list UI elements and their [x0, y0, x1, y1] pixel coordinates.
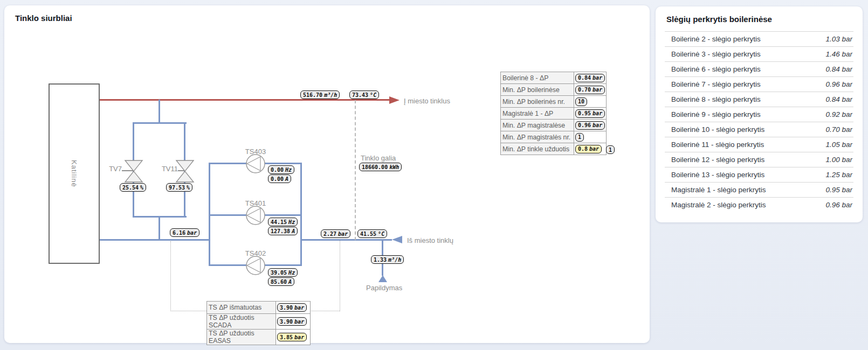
pressure-row: Boilerinė 8 - slėgio perkrytis0.84 bar [665, 92, 853, 107]
row-label: Min. ΔP tinkle užduotis [501, 143, 574, 155]
value-readout: 1 [575, 133, 584, 142]
row-label: Boilerinė 9 - slėgio perkrytis [671, 110, 761, 118]
pressure-tap-line [310, 311, 340, 311]
pressure-row: Boilerinė 7 - slėgio perkrytis0.96 bar [665, 76, 853, 92]
readout-unit: m³/h [388, 257, 401, 263]
valve-tv7-label: TV7 [101, 165, 122, 173]
readout-value: 73.43 [352, 92, 368, 98]
table-row: Min. ΔP boilerinėse 0.70bar [501, 84, 607, 96]
return-pressure-readout: 2.27 bar [321, 229, 350, 238]
pressure-row: Boilerinė 10 - slėgio perkrytis0.70 bar [665, 122, 853, 137]
table-row: TS ΔP išmatuotas 3.90bar [207, 302, 311, 314]
pump-icon [245, 255, 266, 276]
pump-ts401[interactable] [245, 205, 266, 226]
value-readout: 0.84bar [575, 74, 605, 82]
readout-value: 85.60 [271, 279, 287, 285]
readout-value: 1.33 [374, 257, 387, 263]
return-pipe-right [300, 239, 392, 241]
scada-dashboard: Tinklo siurbliai Katilinė Į miesto tinkl… [0, 0, 868, 350]
valve-tv11[interactable] [175, 159, 195, 183]
supply-flow-readout: 516.70 m³/h [300, 90, 340, 99]
setpoint-readout[interactable]: 3.85bar [277, 333, 307, 341]
network-power-readout: 18660.00 kWh [359, 163, 402, 171]
readout-value: 3.85 [280, 334, 293, 340]
valve-tv11-position-readout: 97.53 % [166, 183, 192, 192]
row-value-cell: 0.70bar [574, 84, 607, 96]
table-row: TS ΔP užduotis SCADA 3.90bar [207, 314, 311, 330]
readout-value: 0.00 [271, 167, 284, 173]
row-label: Boilerinė 10 - slėgio perkrytis [671, 125, 764, 134]
row-label: Min. ΔP boilerinės nr. [501, 96, 574, 108]
readout-unit: °C [378, 231, 384, 237]
pressure-row: Magistralė 1 - slėgio perkrytis0.95 bar [665, 182, 853, 197]
boiler-house-box: Katilinė [49, 83, 100, 264]
row-value-cell: 3.85bar [276, 330, 311, 345]
pressure-tap-line [340, 241, 340, 311]
row-label: TS ΔP užduotis SCADA [207, 314, 276, 330]
pressure-row: Boilerinė 11 - slėgio perkrytis1.05 bar [665, 137, 853, 152]
table-row: Min. ΔP magistralės nr. 1 [501, 131, 607, 143]
network-pumps-card: Tinklo siurbliai Katilinė Į miesto tinkl… [4, 5, 650, 343]
valve-icon [124, 159, 143, 183]
readout-value: 0.8 [578, 146, 588, 152]
row-label: Boilerinė 2 - slėgio perkrytis [671, 35, 761, 43]
readout-value: 3.90 [280, 319, 293, 325]
readout-value: 1 [578, 134, 581, 140]
pressure-row: Boilerinė 2 - slėgio perkrytis1.03 bar [665, 31, 853, 46]
pressure-row: Boilerinė 12 - slėgio perkrytis1.00 bar [665, 152, 853, 167]
readout-unit: bar [338, 231, 348, 237]
value-readout: 0.95bar [575, 109, 605, 118]
readout-value: 25.54 [122, 185, 139, 191]
readout-value: 0.70 [578, 87, 591, 93]
readout-unit: kWh [389, 164, 399, 170]
dp-summary-table: Boilerinė 8 - ΔP 0.84bar Min. ΔP boileri… [500, 72, 607, 155]
arrow-right-icon [389, 96, 399, 104]
readout-unit: bar [589, 146, 599, 152]
makeup-label: Papildymas [366, 284, 402, 292]
value-readout: 0.70bar [575, 86, 605, 94]
pump-icon [245, 153, 266, 174]
boiler-house-label: Katilinė [70, 160, 78, 187]
readout-unit: bar [593, 87, 602, 93]
pipe-segment [133, 122, 187, 124]
readout-value: 0.84 [578, 75, 591, 81]
readout-unit: m³/h [324, 92, 337, 98]
readout-unit: bar [593, 122, 602, 128]
valve-tv7[interactable] [124, 159, 143, 183]
setpoint-readout[interactable]: 0.8bar [575, 145, 602, 153]
readout-value: 41.55 [360, 231, 376, 237]
arrow-left-icon [392, 236, 402, 243]
readout-value: 0.00 [271, 176, 284, 182]
pump-ts402-current-readout: 85.60 A [268, 277, 294, 286]
pump-ts402[interactable] [245, 255, 266, 276]
readout-unit: bar [294, 334, 304, 340]
row-label: Magistralė 1 - ΔP [501, 108, 574, 120]
table-row: TS ΔP užduotis EASAS 3.85bar [207, 330, 311, 345]
pressure-diff-panel: Slėgių perkrytis boilerinėse Boilerinė 2… [656, 6, 863, 222]
pressure-tap-line [170, 311, 206, 311]
row-label: Boilerinė 12 - slėgio perkrytis [671, 156, 764, 164]
suction-pressure-readout: 6.16 bar [170, 228, 199, 237]
valve-tv11-label: TV11 [153, 165, 178, 173]
pressure-row: Boilerinė 13 - slėgio perkrytis1.25 bar [665, 167, 853, 182]
value-readout: 3.90bar [277, 317, 307, 326]
readout-unit: Hz [285, 167, 292, 173]
supply-pipe [100, 99, 389, 101]
pump-icon [245, 205, 266, 226]
row-label: Boilerinė 8 - ΔP [501, 72, 574, 84]
readout-value: 18660.00 [362, 164, 388, 170]
valve-icon [175, 159, 195, 183]
pump-ts403-frequency-readout: 0.00 Hz [268, 165, 294, 174]
readout-unit: bar [593, 75, 602, 81]
row-value: 0.92 bar [825, 110, 852, 118]
table-row: Magistralė 1 - ΔP 0.95bar [501, 108, 607, 120]
return-temp-readout: 41.55 °C [357, 229, 387, 238]
row-label: Boilerinė 13 - slėgio perkrytis [671, 171, 764, 179]
row-value-cell: 10 [574, 96, 607, 108]
row-label: Boilerinė 3 - slėgio perkrytis [671, 50, 761, 58]
row-value-cell: 3.90bar [276, 314, 311, 330]
value-readout: 10 [575, 97, 587, 106]
network-power-label: Tinklo galia [361, 155, 396, 162]
readout-value: 2.27 [323, 231, 336, 237]
pump-ts403[interactable] [245, 153, 266, 174]
